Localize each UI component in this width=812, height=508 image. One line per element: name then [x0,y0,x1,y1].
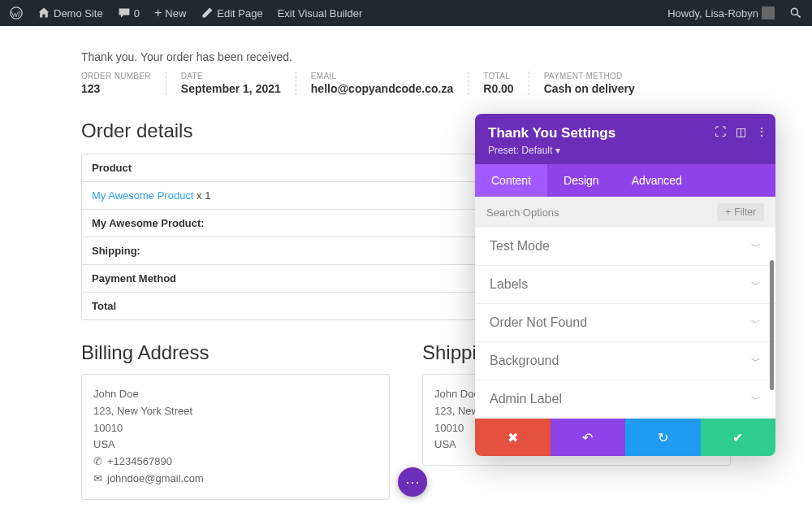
chevron-down-icon: ﹀ [751,393,761,406]
chevron-down-icon: ﹀ [751,278,761,292]
chevron-down-icon: ﹀ [751,316,761,330]
phone-icon: ✆ [93,454,102,471]
exit-visual-builder[interactable]: Exit Visual Builder [273,7,368,20]
expand-icon[interactable]: ⛶ [715,125,726,138]
search-icon[interactable] [784,7,807,20]
more-icon[interactable]: ⋮ [756,125,767,138]
opt-admin-label[interactable]: Admin Label﹀ [475,380,775,419]
scrollbar[interactable] [770,260,774,390]
order-total: R0.00 [483,82,513,95]
tab-design[interactable]: Design [547,164,615,197]
search-input[interactable]: Search Options [486,206,717,219]
thank-you-message: Thank you. Your order has been received. [81,50,731,63]
edit-page[interactable]: Edit Page [196,7,267,20]
email-icon: ✉ [93,471,102,488]
billing-heading: Billing Address [81,341,390,364]
fab-more[interactable]: ⋯ [398,467,427,497]
order-number: 123 [81,82,151,95]
opt-background[interactable]: Background﹀ [475,342,775,380]
redo-button[interactable]: ↻ [625,419,701,456]
chevron-down-icon: ﹀ [751,354,761,368]
order-email: hello@copyandcode.co.za [311,82,453,95]
order-meta: ORDER NUMBER123 DATESeptember 1, 2021 EM… [81,72,731,95]
cancel-button[interactable]: ✖ [475,419,551,456]
wp-logo[interactable] [5,7,28,20]
svg-point-1 [791,8,797,15]
product-link[interactable]: My Awesome Product [92,189,193,202]
site-name[interactable]: Demo Site [32,7,108,20]
filter-button[interactable]: +Filter [717,203,764,221]
payment-method: Cash on delivery [544,82,635,95]
chevron-down-icon: ﹀ [751,240,761,254]
plus-icon: + [725,206,731,218]
tab-content[interactable]: Content [475,164,547,197]
save-button[interactable]: ✔ [701,419,776,456]
snap-icon[interactable]: ◫ [736,125,746,138]
undo-button[interactable]: ↶ [551,419,626,456]
opt-order-not-found[interactable]: Order Not Found﹀ [475,304,775,342]
settings-panel: Thank You Settings Preset: Default ▾ ⛶ ◫… [475,114,775,456]
opt-labels[interactable]: Labels﹀ [475,266,775,304]
billing-card: John Doe 123, New York Street 10010 USA … [81,374,390,500]
new-content[interactable]: +New [149,6,191,20]
avatar [762,7,775,20]
tab-advanced[interactable]: Advanced [615,164,698,197]
comments[interactable]: 0 [113,7,145,20]
panel-tabs: Content Design Advanced [475,164,775,197]
opt-test-mode[interactable]: Test Mode﹀ [475,228,775,266]
wp-adminbar: Demo Site 0 +New Edit Page Exit Visual B… [0,0,812,26]
order-date: September 1, 2021 [181,82,281,95]
preset-dropdown[interactable]: Preset: Default ▾ [488,145,762,156]
greeting[interactable]: Howdy, Lisa-Robyn [663,7,780,20]
